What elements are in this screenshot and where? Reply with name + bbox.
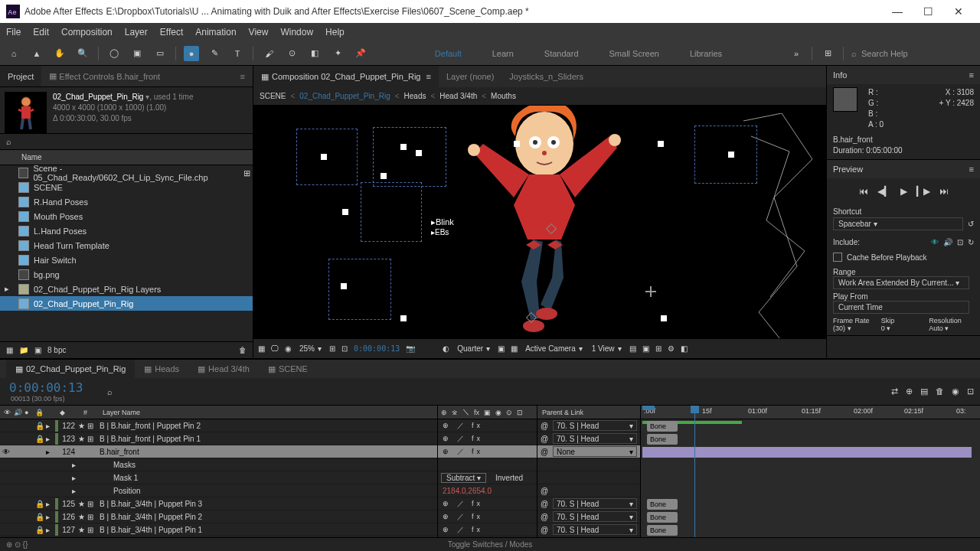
monitor-icon[interactable]: 🖵 [271,344,279,353]
pickwhip-icon[interactable]: @ [541,422,550,430]
tl-icon-b[interactable]: ⊕ [906,386,913,396]
zoom-tool[interactable]: 🔍 [75,46,90,61]
home-tool[interactable]: ⌂ [6,46,21,61]
visibility-toggle[interactable]: 👁 [0,448,12,456]
switches-row[interactable]: ⊕ ／ fx [438,523,537,536]
timeline-layer-row[interactable]: 👁▸124B.hair_front [0,445,437,458]
lock-toggle[interactable]: 🔒 [34,526,46,534]
region-icon[interactable]: ▣ [498,344,505,353]
project-item[interactable]: R.Hand Poses [0,194,253,209]
panel-menu-icon[interactable]: ≡ [969,70,974,80]
timeline-layer-row[interactable]: 🔒▸127★⊞B | B.hair_3/4th | Puppet Pin 1 [0,523,437,536]
switches-row[interactable]: ⊕ ／ fx [438,419,537,432]
last-frame-button[interactable]: ⏭ [939,186,949,197]
project-column-header[interactable]: Name [0,150,253,165]
preview-header[interactable]: Preview≡ [827,160,980,178]
parent-dropdown[interactable]: 70. S | Head▾ [553,433,637,444]
tl-tab-0[interactable]: ▦02_Chad_Puppet_Pin_Rig [6,360,135,378]
pickwhip-icon[interactable]: @ [541,487,550,495]
tl-icon-a[interactable]: ⇄ [891,386,898,396]
switches-row[interactable] [438,458,537,471]
project-item[interactable]: L.Hand Poses [0,223,253,238]
brush-tool[interactable]: 🖌 [261,46,276,61]
menu-view[interactable]: View [249,27,269,37]
pickwhip-icon[interactable]: @ [541,448,550,456]
pickwhip-icon[interactable]: @ [541,513,550,521]
vf-icon-d[interactable]: ⚙ [668,344,675,353]
parent-row[interactable]: @70. S | Head▾ [537,497,640,510]
workspace-default[interactable]: Default [435,49,462,58]
parent-row[interactable] [537,471,640,484]
vf-icon-a[interactable]: ▤ [629,344,636,353]
tab-project[interactable]: Project [0,66,41,86]
delete-icon[interactable]: 🗑 [239,346,247,354]
minimize-button[interactable]: — [882,5,913,18]
new-folder-icon[interactable]: 📁 [19,346,28,354]
selection-tool[interactable]: ▲ [29,46,44,61]
viewer-timecode[interactable]: 0:00:00:13 [354,344,400,353]
loop-icon[interactable]: ↻ [968,238,974,246]
range-dropdown[interactable]: Work Area Extended By Current... ▾ [833,276,969,289]
parent-dropdown[interactable]: None▾ [553,446,637,457]
switches-row[interactable]: ⊕ ／ fx [438,445,537,458]
parent-row[interactable]: @ [537,484,640,497]
resolution-dropdown[interactable]: Quarter ▾ [456,344,492,353]
eye-column-icon[interactable]: 👁 [0,409,14,416]
bone-bar[interactable]: Bone [647,421,678,432]
timeline-track-area[interactable]: :00f 15f 01:00f 01:15f 02:00f 02:15f 03:… [641,406,980,537]
project-item[interactable]: ▸ 02_Chad_Puppet_Pin_Rig Layers [0,282,253,296]
switch-icon[interactable]: ⊕ [441,409,447,416]
mask-icon[interactable]: ◉ [285,344,292,353]
switches-row[interactable]: 2184.0,2654.0 [438,484,537,497]
tl-icon-e[interactable]: ◉ [952,386,959,396]
pen-tool[interactable]: ✎ [207,46,222,61]
hand-tool[interactable]: ✋ [52,46,67,61]
clone-tool[interactable]: ⊙ [284,46,299,61]
menu-help[interactable]: Help [325,27,345,37]
composition-canvas[interactable]: ▸Blink ▸EBs [253,106,826,338]
workspace-smallscreen[interactable]: Small Screen [609,49,659,58]
play-button[interactable]: ▶ [900,186,907,197]
vf-icon-e[interactable]: ◧ [681,344,688,353]
framerate-dd[interactable]: (30) ▾ [833,324,878,332]
puppet-tool[interactable]: 📌 [353,46,368,61]
parent-row[interactable]: @None▾ [537,445,640,458]
shortcut-dropdown[interactable]: Spacebar ▾ [833,217,963,230]
parent-row[interactable]: @70. S | Head▾ [537,523,640,536]
timeline-layer-row[interactable]: 🔒▸125★⊞B | B.hair_3/4th | Puppet Pin 3 [0,497,437,510]
view-dropdown[interactable]: 1 View ▾ [590,344,623,353]
parent-dropdown[interactable]: 70. S | Head▾ [553,498,637,509]
project-item[interactable]: 02_Chad_Puppet_Pin_Rig [0,296,253,311]
project-item[interactable]: bg.png [0,267,253,282]
parent-row[interactable]: @70. S | Head▾ [537,510,640,523]
tl-icon-d[interactable]: 🗑 [936,386,944,396]
zoom-dropdown[interactable]: 25% ▾ [298,344,323,353]
lock-toggle[interactable]: 🔒 [34,435,46,443]
tab-joysticks[interactable]: Joysticks_n_Sliders [501,66,591,87]
timeline-layer-row[interactable]: ▸Mask 1 [0,471,437,484]
tl-tab-3[interactable]: ▦SCENE [259,360,317,378]
project-search[interactable]: ⌕ [0,133,253,150]
menu-window[interactable]: Window [280,27,313,37]
audio-icon[interactable]: 🔊 [943,238,952,246]
timeline-layer-row[interactable]: ▸Position [0,484,437,497]
switches-row[interactable]: Subtract ▾Inverted [438,471,537,484]
pickwhip-icon[interactable]: @ [541,526,550,534]
first-frame-button[interactable]: ⏮ [859,186,868,197]
switches-row[interactable]: ⊕ ／ fx [438,497,537,510]
lock-column-icon[interactable]: 🔒 [35,409,46,416]
eraser-tool[interactable]: ◧ [307,46,322,61]
menu-effect[interactable]: Effect [160,27,183,37]
color-mgmt-icon[interactable]: ◐ [443,344,449,353]
search-help[interactable]: ⌕ Search Help [851,49,974,58]
timeline-layer-row[interactable]: 🔒▸126★⊞B | B.hair_3/4th | Puppet Pin 2 [0,510,437,523]
video-icon[interactable]: 👁 [931,238,939,246]
mask-mode-dropdown[interactable]: Subtract ▾ [441,473,486,483]
timeline-layer-row[interactable]: 🔒▸123★⊞B | B.hair_front | Puppet Pin 1 [0,432,437,445]
close-button[interactable]: ✕ [943,5,974,18]
interpret-icon[interactable]: ▦ [6,346,13,354]
playfrom-dropdown[interactable]: Current Time [833,301,969,314]
res-dd[interactable]: Auto ▾ [929,324,974,332]
crumb-mouths[interactable]: Mouths [491,92,516,100]
parent-dropdown[interactable]: 70. S | Head▾ [553,511,637,522]
